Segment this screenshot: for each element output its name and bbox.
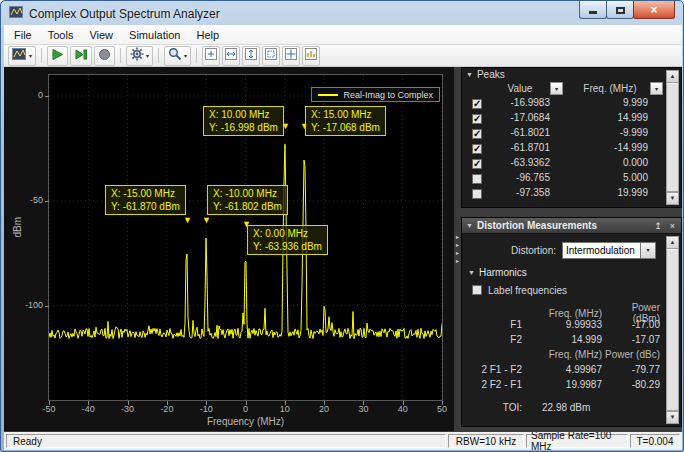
menu-tools[interactable]: Tools <box>40 27 82 43</box>
peak-freq: 0.000 <box>568 157 648 168</box>
peak-value: -61.8021 <box>486 127 550 138</box>
panel-splitter[interactable]: ▸ ▸ ▸ ▸ <box>454 67 461 431</box>
step-forward-button[interactable] <box>70 46 92 66</box>
data-cursor[interactable]: X: 10.00 MHz Y: -16.998 dBm <box>203 106 284 136</box>
x-tick-label: 10 <box>270 404 300 414</box>
x-tick-mark <box>246 401 247 405</box>
fit-to-view-button[interactable] <box>262 46 280 66</box>
distortion-select[interactable]: Intermodulation ▾ <box>562 242 656 259</box>
measurements-button[interactable] <box>302 46 320 66</box>
row-freq: 9.99933 <box>526 319 602 330</box>
pan-icon <box>285 48 297 63</box>
value-column-header: Value <box>492 83 548 94</box>
splitter-arrow-icon: ▸ <box>456 242 459 248</box>
toolbar-separator <box>41 48 42 63</box>
peak-checkbox[interactable] <box>472 144 482 154</box>
x-tick-mark <box>363 401 364 405</box>
y-tick-label: -100 <box>4 300 43 310</box>
table-row: -97.358 19.999 <box>462 187 681 202</box>
pan-button[interactable] <box>282 46 300 66</box>
freq-filter-button[interactable]: ▾ <box>650 82 663 95</box>
zoom-y-button[interactable] <box>242 46 260 66</box>
menu-simulation[interactable]: Simulation <box>121 27 188 43</box>
menu-file[interactable]: File <box>6 27 40 43</box>
chevron-down-icon: ▾ <box>29 52 32 59</box>
collapse-icon: ▼ <box>468 269 475 276</box>
distortion-scrollbar[interactable]: ▲ ▼ <box>666 236 679 424</box>
data-cursor[interactable]: X: -15.00 MHz Y: -61.870 dBm <box>105 185 186 215</box>
table-row: -16.9983 9.999 <box>462 97 681 112</box>
spectrum-plot[interactable]: dBm Real-Imag to Complex X: 10.00 MHz Y:… <box>4 67 454 431</box>
peak-value: -61.8701 <box>486 142 550 153</box>
x-tick-label: 0 <box>231 404 261 414</box>
status-sample-rate: Sample Rate=100 MHz <box>526 434 628 448</box>
menubar: File Tools View Simulation Help <box>4 25 682 45</box>
zoom-in-button[interactable] <box>202 46 220 66</box>
spectrum-settings-button[interactable]: ▾ <box>126 46 153 66</box>
table-row: -61.8021 -9.999 <box>462 127 681 142</box>
scroll-down-icon[interactable]: ▼ <box>667 192 678 204</box>
peak-checkbox[interactable] <box>472 129 482 139</box>
maximize-button[interactable] <box>606 1 634 19</box>
peaks-scrollbar[interactable]: ▲ ▼ <box>666 70 679 205</box>
peak-freq: -9.999 <box>568 127 648 138</box>
toi-label: TOI: <box>462 402 526 413</box>
data-cursor[interactable]: X: 15.00 MHz Y: -17.068 dBm <box>305 106 386 136</box>
scrollbar-thumb[interactable] <box>667 83 678 192</box>
row-power: -80.29 <box>602 379 664 390</box>
peak-checkbox[interactable] <box>472 189 482 199</box>
statusbar: Ready RBW=10 kHz Sample Rate=100 MHz T=0… <box>4 432 682 450</box>
menu-help[interactable]: Help <box>188 27 227 43</box>
table-row: F1 9.99933 -17.00 <box>462 317 681 332</box>
status-sim-time: T=0.004 <box>630 434 680 448</box>
distortion-panel-header[interactable]: ▼ Distortion Measurements ↥ × <box>462 218 681 234</box>
plot-axes[interactable]: Real-Imag to Complex X: 10.00 MHz Y: -16… <box>49 75 442 400</box>
table-header-row: Freq. (MHz) Power (dBm) <box>462 302 681 317</box>
data-cursor[interactable]: X: 0.00 MHz Y: -63.936 dBm <box>247 225 328 255</box>
peak-checkbox[interactable] <box>472 174 482 184</box>
harmonics-section[interactable]: ▼ Harmonics <box>462 264 681 280</box>
peak-checkbox[interactable] <box>472 99 482 109</box>
peaks-panel-title[interactable]: ▼ Peaks <box>462 68 681 81</box>
peak-marker-icon: ▼ <box>183 216 192 225</box>
peak-freq: 5.000 <box>568 172 648 183</box>
zoom-x-button[interactable] <box>222 46 240 66</box>
zoom-button[interactable]: ▾ <box>164 46 191 66</box>
label-frequencies-checkbox[interactable] <box>472 285 482 295</box>
peak-value: -16.9983 <box>486 97 550 108</box>
stop-button[interactable] <box>94 46 115 66</box>
data-cursor[interactable]: X: -10.00 MHz Y: -61.802 dBm <box>207 185 288 215</box>
peak-checkbox[interactable] <box>472 159 482 169</box>
scrollbar-thumb[interactable] <box>667 249 678 411</box>
y-tick-mark <box>45 96 49 97</box>
value-filter-button[interactable]: ▾ <box>550 82 563 95</box>
pin-icon[interactable]: ↥ <box>652 221 664 231</box>
peak-value: -97.358 <box>486 187 550 198</box>
toolbar-separator <box>196 48 197 63</box>
scroll-up-icon[interactable]: ▲ <box>667 71 678 83</box>
minimize-button[interactable] <box>579 1 607 19</box>
configuration-button[interactable]: ▾ <box>8 46 36 66</box>
menu-view[interactable]: View <box>81 27 121 43</box>
scroll-down-icon[interactable]: ▼ <box>667 411 678 423</box>
peaks-table-header: Value ▾ Freq. (MHz) ▾ <box>462 81 681 97</box>
row-power: -17.00 <box>602 319 664 330</box>
titlebar[interactable]: Complex Output Spectrum Analyzer × <box>4 3 680 24</box>
close-button[interactable]: × <box>633 1 675 19</box>
legend[interactable]: Real-Imag to Complex <box>311 87 440 102</box>
zoom-x-icon <box>225 48 237 63</box>
harmonics-label: Harmonics <box>479 267 527 278</box>
peak-freq: 19.999 <box>568 187 648 198</box>
row-freq: 14.999 <box>526 334 602 345</box>
chevron-down-icon: ▾ <box>655 86 658 92</box>
x-tick-label: -30 <box>113 404 143 414</box>
x-tick-mark <box>206 401 207 405</box>
zoom-in-icon <box>205 48 217 63</box>
x-tick-mark <box>167 401 168 405</box>
run-button[interactable] <box>47 46 68 66</box>
peak-checkbox[interactable] <box>472 114 482 124</box>
close-panel-icon[interactable]: × <box>668 221 677 231</box>
scroll-up-icon[interactable]: ▲ <box>667 237 678 249</box>
y-tick-mark <box>45 201 49 202</box>
row-label: 2 F2 - F1 <box>462 379 526 390</box>
